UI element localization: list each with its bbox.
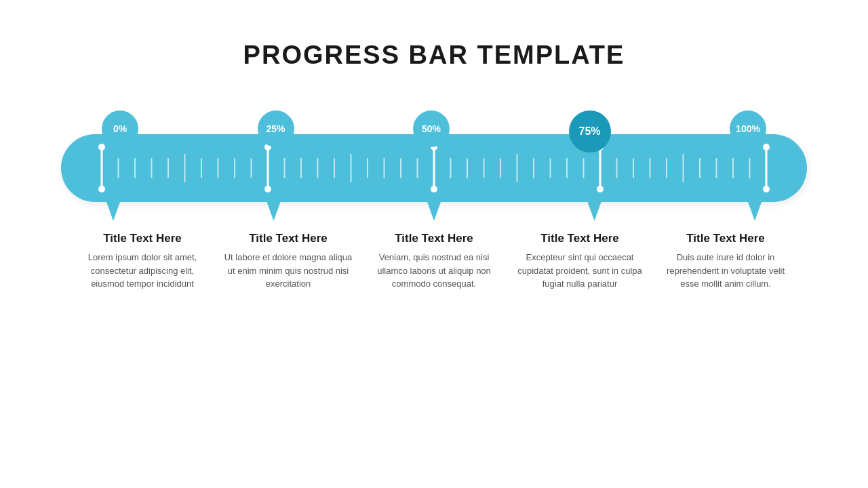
bubble-25pct: 25% (258, 110, 294, 147)
page-title: PROGRESS BAR TEMPLATE (243, 41, 625, 70)
bubble-50pct: 50% (413, 110, 450, 147)
svg-point-47 (597, 186, 604, 192)
label-item-2: Title Text Here Veniam, quis nostrud ea … (366, 232, 502, 291)
bubble-100pct: 100% (730, 110, 766, 147)
label-title-3: Title Text Here (512, 232, 648, 245)
label-item-1: Title Text Here Ut labore et dolore magn… (220, 232, 356, 291)
svg-point-50 (763, 186, 770, 192)
label-title-2: Title Text Here (366, 232, 502, 245)
pointer-100 (748, 202, 762, 221)
label-body-2: Veniam, quis nostrud ea nisi ullamco lab… (366, 251, 502, 291)
progress-section: 0% 25% 50% 75% 100% Title Text Here Lore… (61, 110, 807, 291)
bubble-0pct: 0% (102, 110, 138, 147)
label-body-1: Ut labore et dolore magna aliqua ut enim… (220, 251, 356, 291)
label-title-0: Title Text Here (75, 232, 210, 245)
label-body-4: Duis aute irure id dolor in reprehenderi… (658, 251, 793, 291)
pointer-0 (106, 202, 120, 221)
label-title-4: Title Text Here (658, 232, 793, 245)
label-body-3: Excepteur sint qui occaecat cupidatat pr… (512, 251, 648, 291)
label-body-0: Lorem ipsum dolor sit amet, consectetur … (75, 251, 210, 291)
label-item-0: Title Text Here Lorem ipsum dolor sit am… (75, 232, 210, 291)
svg-point-38 (98, 186, 105, 192)
pointer-50 (427, 202, 441, 221)
bubble-75pct: 75% (569, 110, 611, 152)
pointer-75 (588, 202, 601, 221)
labels-row: Title Text Here Lorem ipsum dolor sit am… (61, 232, 807, 291)
svg-point-41 (264, 186, 271, 192)
pointers-row (61, 202, 807, 221)
label-title-1: Title Text Here (220, 232, 356, 245)
pointer-25 (267, 202, 281, 221)
label-item-4: Title Text Here Duis aute irure id dolor… (658, 232, 793, 291)
svg-point-44 (431, 186, 437, 192)
svg-point-48 (763, 144, 770, 150)
label-item-3: Title Text Here Excepteur sint qui occae… (512, 232, 648, 291)
svg-point-36 (98, 144, 105, 150)
